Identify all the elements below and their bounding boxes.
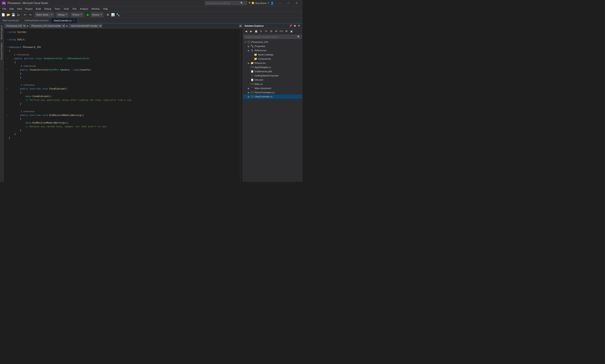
- code-text: }: [9, 132, 238, 136]
- menu-project[interactable]: Project: [24, 7, 34, 11]
- menu-build[interactable]: Build: [34, 7, 43, 11]
- batch-build-dropdown[interactable]: Batch Build... ▼: [35, 13, 54, 17]
- code-line: ─ namespace Phoneword_iOS: [6, 45, 238, 49]
- document-outline-tab[interactable]: Document Outline: [0, 41, 4, 61]
- tree-item-mainstoryboard[interactable]: ▶ 📱 Main.storyboard: [243, 86, 303, 90]
- tree-item-maincs[interactable]: C# Main.cs: [243, 82, 303, 86]
- code-container: ─ using System; ─ using UIKit;: [4, 28, 243, 182]
- tab-main-storyboard[interactable]: Main.storyboard: [0, 18, 22, 23]
- window-controls[interactable]: ─ □ ✕: [276, 0, 301, 6]
- platform-dropdown[interactable]: iPhone ▼: [71, 13, 83, 17]
- tab-getting-started[interactable]: GettingStarted.Xamarin: [22, 18, 51, 23]
- server-explorer-tab[interactable]: Server Explorer: [0, 23, 4, 41]
- panel-pin-btn[interactable]: 📌: [289, 24, 292, 28]
- expand-icon[interactable]: ▶: [247, 49, 250, 52]
- code-text: }: [9, 102, 238, 106]
- menu-debug[interactable]: Debug: [43, 7, 53, 11]
- se-home-btn[interactable]: 🏠: [254, 29, 258, 34]
- config-dropdown[interactable]: Debug ▼: [56, 13, 68, 17]
- menu-edit[interactable]: Edit: [8, 7, 15, 11]
- tree-item-infoplist[interactable]: 📋 Info.plist: [243, 78, 303, 82]
- editor-expand-btn[interactable]: ⊞: [239, 24, 242, 27]
- expand-icon[interactable]: ▶: [247, 96, 250, 98]
- tab-viewcontroller[interactable]: ViewController.cs ✕: [51, 18, 77, 23]
- se-forward-btn[interactable]: ▶: [249, 29, 253, 34]
- toolbar-save-all[interactable]: 🗂: [16, 13, 21, 17]
- tree-item-asset-catalogs[interactable]: 📁 Asset Catalogs: [243, 52, 303, 57]
- class-dropdown[interactable]: Phoneword_iOS.ViewController: [30, 24, 65, 28]
- tree-item-components[interactable]: 📁 Components: [243, 57, 303, 61]
- tree-item-viewcontroller[interactable]: ▶ C# ViewController.cs: [243, 94, 303, 99]
- se-code-btn[interactable]: </>: [279, 29, 283, 34]
- code-text: using UIKit;: [9, 38, 238, 42]
- tree-item-properties[interactable]: ▶ 🔧 Properties: [243, 44, 303, 48]
- se-settings-btn[interactable]: ⚙: [269, 29, 273, 34]
- menu-tools[interactable]: Tools: [62, 7, 71, 11]
- fold-icon[interactable]: ─: [6, 57, 9, 61]
- menu-analyze[interactable]: Analyze: [78, 7, 90, 11]
- tree-item-phonetranslator[interactable]: ▶ C# PhoneTranslator.cs: [243, 90, 303, 94]
- close-button[interactable]: ✕: [292, 0, 301, 6]
- title-bar: VS Phoneword - Microsoft Visual Studio 🔍…: [0, 0, 303, 6]
- solution-search-input[interactable]: [245, 36, 297, 38]
- code-line: ─ using System;: [6, 30, 238, 34]
- user-dropdown-arrow[interactable]: ▼: [267, 2, 270, 4]
- device-dropdown[interactable]: Device ▼: [91, 13, 103, 17]
- toolbar-new[interactable]: 📄: [1, 13, 5, 17]
- expand-icon[interactable]: ▶: [247, 45, 250, 48]
- editor-scrollbar[interactable]: [240, 28, 243, 182]
- expand-icon[interactable]: ▶: [247, 91, 250, 94]
- toolbar-btn-7[interactable]: ⚙: [106, 13, 110, 17]
- toolbar-play[interactable]: ▶: [86, 13, 90, 17]
- fold-icon[interactable]: ─: [6, 113, 9, 117]
- toolbar-sep-2: [34, 13, 34, 17]
- fold-icon[interactable]: ─: [6, 45, 9, 49]
- menu-view[interactable]: View: [15, 7, 24, 11]
- tree-item-references[interactable]: ▶ ⊞ References: [243, 48, 303, 52]
- toolbar-btn-8[interactable]: 📊: [111, 13, 115, 17]
- se-sync-btn[interactable]: ⟳: [264, 29, 269, 34]
- member-dropdown[interactable]: ViewController(IntPtr handle): [69, 24, 102, 28]
- menu-test[interactable]: Test: [71, 7, 78, 11]
- tab-close-icon[interactable]: ✕: [73, 19, 75, 22]
- se-properties-btn[interactable]: ⚒: [284, 29, 289, 34]
- se-view-btn[interactable]: 👁: [274, 29, 279, 34]
- expand-icon[interactable]: ▼: [244, 41, 247, 43]
- toolbar-open[interactable]: 📂: [6, 13, 11, 17]
- panel-close-btn[interactable]: ✕: [297, 24, 301, 28]
- expand-icon[interactable]: ▶: [247, 62, 250, 64]
- menu-window[interactable]: Window: [90, 7, 101, 11]
- code-text: {: [9, 72, 238, 76]
- quick-launch-box[interactable]: 🔍: [205, 1, 247, 5]
- code-content[interactable]: ─ using System; ─ using UIKit;: [4, 28, 240, 182]
- tree-item-gettingstarted[interactable]: X GettingStarted.Xamarin: [243, 74, 303, 78]
- solution-search-box[interactable]: 🔍: [244, 35, 302, 39]
- menu-file[interactable]: File: [1, 7, 8, 11]
- toolbar-undo[interactable]: ↩: [23, 13, 27, 17]
- item-label: Components: [258, 58, 303, 60]
- tree-item-resources[interactable]: ▶ 📁 Resources: [243, 61, 303, 65]
- tree-item-appdelegate[interactable]: C# AppDelegate.cs: [243, 65, 303, 69]
- toolbar-redo[interactable]: ↪: [28, 13, 33, 17]
- maximize-button[interactable]: □: [284, 0, 292, 6]
- namespace-dropdown[interactable]: Phoneword_iOS: [5, 24, 26, 28]
- quick-launch-input[interactable]: [207, 2, 240, 4]
- menu-team[interactable]: Team: [53, 7, 62, 11]
- se-back-btn[interactable]: ◀: [244, 29, 248, 34]
- fold-icon[interactable]: ─: [6, 30, 9, 34]
- code-text: // Perform any additional setup after lo…: [9, 98, 238, 102]
- panel-float-btn[interactable]: ⧉: [293, 24, 297, 28]
- toolbar-save[interactable]: 💾: [11, 13, 15, 17]
- expand-icon[interactable]: ▶: [247, 87, 250, 90]
- se-refresh-btn[interactable]: ↻: [259, 29, 263, 34]
- minimize-button[interactable]: ─: [276, 0, 284, 6]
- fold-icon[interactable]: ─: [6, 68, 9, 72]
- menu-help[interactable]: Help: [102, 7, 110, 11]
- toolbar-btn-9[interactable]: 🔧: [116, 13, 120, 17]
- tree-item-entitlements[interactable]: 📋 Entitlements.plist: [243, 69, 303, 74]
- fold-icon[interactable]: ─: [6, 38, 9, 42]
- se-filter-btn[interactable]: ▣: [289, 29, 294, 34]
- fold-icon[interactable]: ─: [6, 87, 9, 91]
- tree-item-root[interactable]: ▼ ⬛ Phoneword_iOS: [243, 40, 303, 44]
- tab-label: Main.storyboard: [2, 19, 19, 22]
